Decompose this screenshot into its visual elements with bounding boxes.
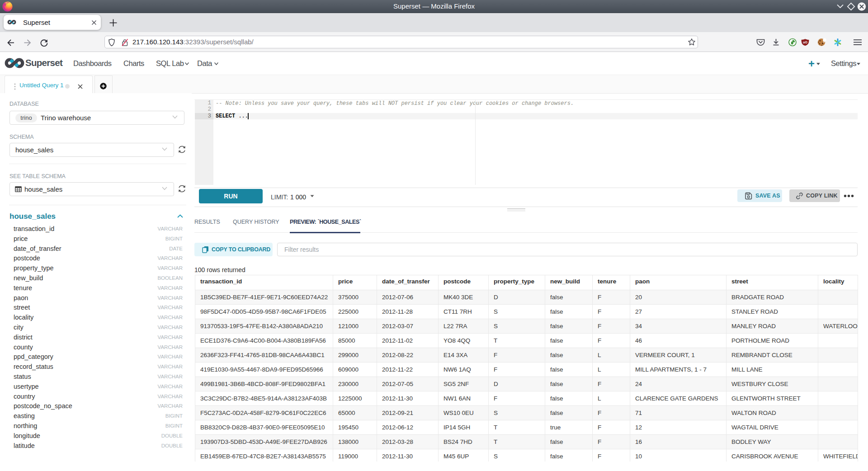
svg-text:uO: uO (803, 41, 807, 44)
